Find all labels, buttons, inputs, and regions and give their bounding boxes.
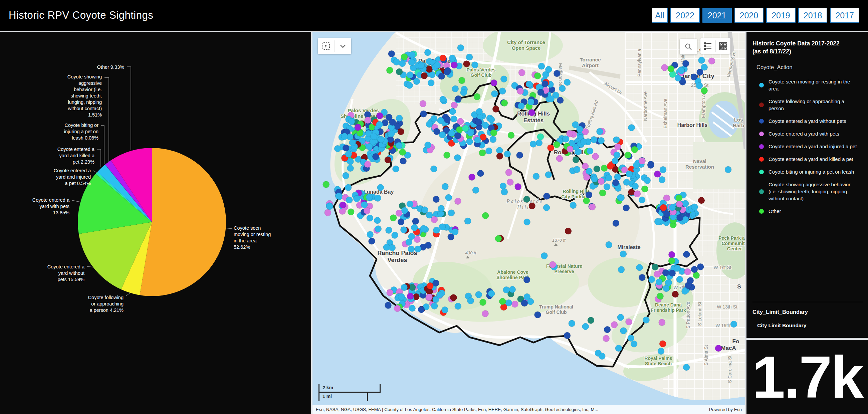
sighting-dot[interactable]: [433, 227, 440, 233]
sighting-dot[interactable]: [346, 197, 352, 203]
sighting-dot[interactable]: [345, 184, 351, 191]
sighting-dot[interactable]: [450, 108, 456, 115]
sighting-dot[interactable]: [683, 364, 690, 371]
sighting-dot[interactable]: [537, 133, 544, 140]
sighting-dot[interactable]: [490, 79, 497, 86]
sighting-dot[interactable]: [512, 301, 518, 308]
sighting-dot[interactable]: [529, 203, 535, 209]
sighting-dot[interactable]: [620, 327, 627, 334]
sighting-dot[interactable]: [548, 95, 555, 102]
sighting-dot[interactable]: [436, 291, 443, 298]
sighting-dot[interactable]: [517, 152, 523, 159]
sighting-dot[interactable]: [433, 280, 439, 286]
sighting-dot[interactable]: [472, 187, 479, 194]
sighting-dot[interactable]: [654, 271, 661, 278]
sighting-dot[interactable]: [486, 148, 492, 154]
sighting-dot[interactable]: [409, 305, 416, 312]
sighting-dot[interactable]: [439, 223, 446, 230]
sighting-dot[interactable]: [589, 204, 596, 210]
sighting-dot[interactable]: [697, 263, 704, 270]
sighting-dot[interactable]: [541, 81, 548, 87]
sighting-dot[interactable]: [674, 265, 681, 272]
sighting-dot[interactable]: [682, 288, 688, 294]
sighting-dot[interactable]: [367, 231, 374, 238]
sighting-dot[interactable]: [659, 319, 665, 326]
sighting-dot[interactable]: [407, 293, 414, 299]
sighting-dot[interactable]: [374, 217, 380, 224]
sighting-dot[interactable]: [396, 68, 403, 75]
sighting-dot[interactable]: [390, 215, 397, 221]
sighting-dot[interactable]: [408, 246, 415, 252]
sighting-dot[interactable]: [418, 62, 425, 69]
sighting-dot[interactable]: [459, 77, 465, 84]
sighting-dot[interactable]: [696, 83, 703, 89]
sighting-dot[interactable]: [661, 64, 668, 71]
sighting-dot[interactable]: [501, 189, 508, 195]
sighting-dot[interactable]: [586, 168, 593, 174]
sighting-dot[interactable]: [669, 251, 675, 258]
sighting-dot[interactable]: [639, 158, 646, 164]
sighting-dot[interactable]: [658, 348, 664, 355]
sighting-dot[interactable]: [603, 335, 610, 342]
sighting-dot[interactable]: [618, 266, 625, 273]
sighting-dot[interactable]: [455, 303, 461, 310]
sighting-dot[interactable]: [660, 204, 667, 211]
sighting-dot[interactable]: [466, 54, 473, 60]
sighting-dot[interactable]: [507, 179, 514, 186]
sighting-dot[interactable]: [684, 268, 691, 275]
sighting-dot[interactable]: [545, 66, 552, 73]
sighting-dot[interactable]: [659, 341, 666, 347]
sighting-dot[interactable]: [617, 314, 624, 321]
sighting-dot[interactable]: [676, 195, 682, 201]
sighting-dot[interactable]: [474, 136, 481, 143]
sighting-dot[interactable]: [708, 58, 715, 64]
sighting-dot[interactable]: [614, 152, 620, 158]
sighting-dot[interactable]: [353, 195, 360, 202]
sighting-dot[interactable]: [676, 276, 683, 283]
sighting-dot[interactable]: [407, 201, 413, 207]
sighting-dot[interactable]: [677, 214, 683, 221]
sighting-dot[interactable]: [477, 170, 484, 177]
sighting-dot[interactable]: [347, 158, 353, 165]
sighting-dot[interactable]: [384, 157, 391, 163]
sighting-dot[interactable]: [669, 257, 675, 264]
sighting-dot[interactable]: [582, 323, 589, 330]
sighting-dot[interactable]: [504, 151, 511, 157]
sighting-dot[interactable]: [691, 204, 698, 210]
sighting-dot[interactable]: [691, 266, 698, 273]
sighting-dot[interactable]: [471, 61, 478, 68]
sighting-dot[interactable]: [678, 67, 685, 74]
sighting-dot[interactable]: [598, 353, 605, 359]
sighting-dot[interactable]: [612, 179, 619, 186]
sighting-dot[interactable]: [343, 172, 349, 179]
sighting-dot[interactable]: [652, 264, 658, 270]
sighting-dot[interactable]: [557, 97, 563, 103]
sighting-dot[interactable]: [623, 179, 630, 186]
sighting-dot[interactable]: [425, 242, 432, 249]
sighting-dot[interactable]: [598, 178, 604, 185]
sighting-dot[interactable]: [454, 155, 461, 161]
year-filter-2021[interactable]: 2021: [703, 8, 732, 23]
sighting-dot[interactable]: [409, 52, 415, 58]
sighting-dot[interactable]: [448, 210, 455, 216]
sighting-dot[interactable]: [343, 145, 349, 151]
sighting-dot[interactable]: [454, 132, 461, 139]
sighting-dot[interactable]: [628, 189, 635, 196]
sighting-dot[interactable]: [442, 183, 448, 190]
sighting-dot[interactable]: [364, 161, 371, 168]
select-tool-dropdown[interactable]: [335, 38, 351, 54]
sighting-dot[interactable]: [526, 81, 532, 88]
sighting-dot[interactable]: [444, 116, 451, 123]
sighting-dot[interactable]: [347, 209, 354, 215]
sighting-dot[interactable]: [657, 293, 664, 299]
sighting-dot[interactable]: [426, 294, 433, 300]
sighting-dot[interactable]: [631, 146, 638, 153]
sighting-dot[interactable]: [604, 326, 611, 333]
sighting-dot[interactable]: [625, 152, 631, 159]
sighting-dot[interactable]: [668, 65, 674, 72]
sighting-dot[interactable]: [636, 264, 643, 271]
sighting-dot[interactable]: [534, 312, 541, 318]
sighting-dot[interactable]: [434, 62, 441, 68]
sighting-dot[interactable]: [643, 317, 650, 323]
sighting-dot[interactable]: [375, 226, 381, 232]
